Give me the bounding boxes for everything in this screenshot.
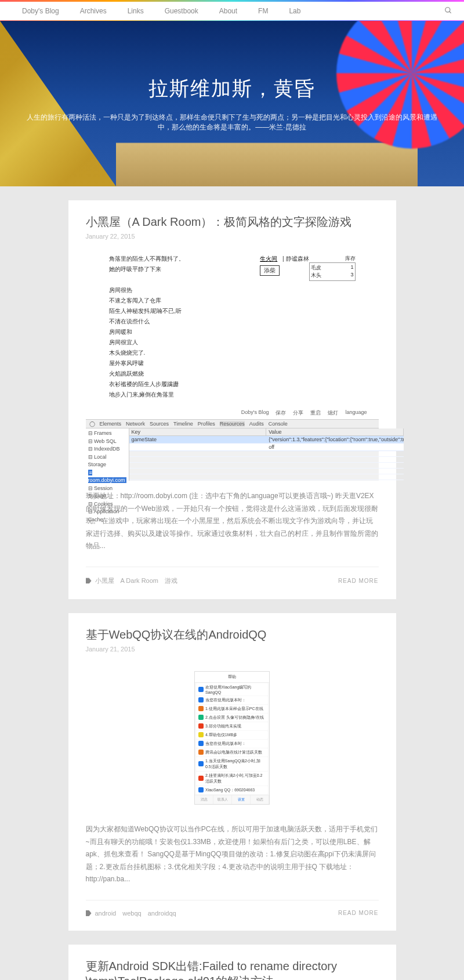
nav: Doby's Blog Archives Links Guestbook Abo… — [0, 2, 464, 20]
devtools-table: KeyValue gameState{"version":1.3,"featur… — [129, 428, 404, 481]
svg-point-0 — [445, 7, 450, 12]
post-footer: 小黑屋 A Dark Room 游戏 READ MORE — [86, 567, 379, 585]
read-more-link[interactable]: READ MORE — [338, 578, 379, 584]
post-image-darkroom: 角落里的陌生人不再颤抖了。 她的呼吸平静了下来 房间很热 不速之客闯入了仓库 陌… — [86, 249, 379, 481]
content: 小黑屋（A Dark Room）：极简风格的文字探险游戏 January 22,… — [68, 200, 396, 980]
search-icon[interactable] — [444, 6, 452, 16]
read-more-link[interactable]: READ MORE — [338, 910, 379, 916]
post-title[interactable]: 小黑屋（A Dark Room）：极简风格的文字探险游戏 — [86, 214, 379, 229]
hero-title: 拉斯维加斯，黄昏 — [148, 75, 316, 102]
qq-help-item: 4.帮助包仅1MB多 — [196, 731, 268, 739]
darkroom-bottom-nav: Doby's Blog 保存 分享 重启 熄灯 language — [86, 407, 379, 419]
nav-links[interactable]: Links — [117, 7, 154, 15]
post-date: January 21, 2015 — [86, 646, 379, 653]
tag-link[interactable]: 游戏 — [165, 577, 177, 584]
qq-help-item: 当您在使用此版本时： — [196, 740, 268, 748]
nav-fm[interactable]: FM — [248, 7, 278, 15]
devtools-tree[interactable]: ⊟ Frames ⊟ Web SQL ⊟ IndexedDB ⊟ Local S… — [86, 428, 129, 481]
nav-guestbook[interactable]: Guestbook — [154, 7, 209, 15]
qq-help-item: 3.部分功能尚未实现 — [196, 722, 268, 730]
post-footer: android webqq androidqq READ MORE — [86, 900, 379, 917]
nav-about[interactable]: About — [209, 7, 248, 15]
post: 小黑屋（A Dark Room）：极简风格的文字探险游戏 January 22,… — [68, 200, 396, 599]
nav-lab[interactable]: Lab — [278, 7, 311, 15]
qq-help-item: XiaoSang QQ：690204663 — [196, 786, 268, 794]
post-title[interactable]: 基于WebQQ协议在线的AndroidQQ — [86, 627, 379, 642]
tag-link[interactable]: 小黑屋 — [95, 577, 114, 584]
qq-help-item: 2.挂登满时长满2小时,可加至0.2活跃天数 — [196, 772, 268, 786]
topbar: Doby's Blog Archives Links Guestbook Abo… — [0, 0, 464, 21]
hero: 拉斯维加斯，黄昏 人生的旅行有两种活法，一种只是为了到达终点，那样生命便只剩下了… — [0, 21, 464, 186]
tag-link[interactable]: webqq — [122, 910, 141, 917]
nav-home[interactable]: Doby's Blog — [12, 7, 70, 15]
darkroom-resources: 毛皮1 木头3 — [309, 262, 356, 281]
post: 更新Android SDK出错:Failed to rename directo… — [68, 945, 396, 980]
nav-archives[interactable]: Archives — [70, 7, 117, 15]
post-image-qq: 帮助 欢迎使用XiaoSang编写的SangQQ当您在使用此版本时：1.使用此版… — [194, 671, 270, 805]
devtools: ◯ Elements Network Sources Timeline Prof… — [86, 419, 379, 481]
hero-subtitle: 人生的旅行有两种活法，一种只是为了到达终点，那样生命便只剩下了生与死的两点；另一… — [23, 113, 441, 132]
tag-link[interactable]: A Dark Room — [121, 577, 158, 584]
post-excerpt: 因为大家都知道WebQQ协议可以当作PC在线，所以可用于加速电脑活跃天数，适用于… — [86, 823, 379, 886]
post-excerpt: 玩耍地址：http://room.dobyi.com (注：选中右下角的Lang… — [86, 490, 379, 553]
tag-link[interactable]: androidqq — [148, 910, 176, 917]
post: 基于WebQQ协议在线的AndroidQQ January 21, 2015 帮… — [68, 613, 396, 931]
tag-icon — [86, 910, 92, 916]
svg-line-1 — [449, 11, 451, 13]
qq-help-item: 欢迎使用XiaoSang编写的SangQQ — [196, 683, 268, 696]
post-date: January 22, 2015 — [86, 233, 379, 240]
darkroom-tabs: 生火间 | 静谧森林 — [260, 255, 309, 263]
post-title[interactable]: 更新Android SDK出错:Failed to rename directo… — [86, 959, 379, 980]
qq-help-item: 当您在使用此版本时： — [196, 696, 268, 704]
qq-help-item: 腾讯会以电脑在线计算活跃天数 — [196, 748, 268, 756]
qq-help-item: 2.点击设置 头像可切换隐身/在线 — [196, 714, 268, 722]
qq-help-item: 1.使用此版本采样会显示PC在线 — [196, 705, 268, 713]
tag-icon — [86, 578, 92, 583]
darkroom-story: 角落里的陌生人不再颤抖了。 她的呼吸平静了下来 房间很热 不速之客闯入了仓库 陌… — [109, 255, 260, 401]
qq-help-item: 1.当天使用SangQQ满2小时,加0.5活跃天数 — [196, 757, 268, 771]
darkroom-tab-fire[interactable]: 生火间 — [260, 255, 277, 262]
tag-link[interactable]: android — [95, 910, 117, 917]
darkroom-stoke-button[interactable]: 添柴 — [260, 265, 280, 276]
devtools-selected[interactable]: ≡ room.dobyi.com — [88, 470, 126, 484]
qq-bottom-tabs: 消息 联系人 设置 动态 — [195, 795, 269, 804]
